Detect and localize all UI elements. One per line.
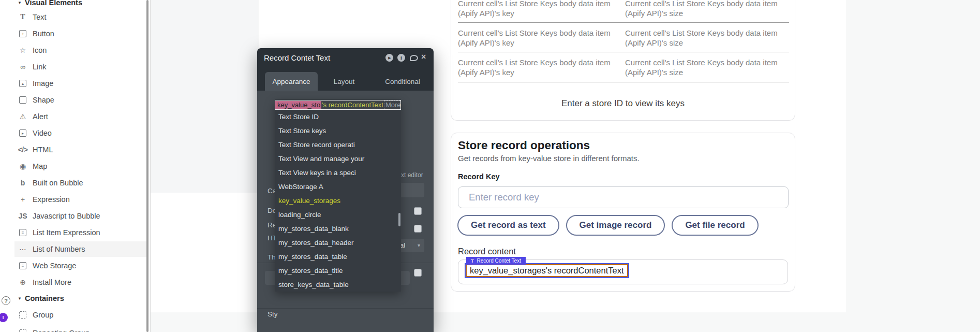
sidebar-item-alert[interactable]: ⚠Alert bbox=[14, 109, 146, 124]
canvas-right-margin bbox=[846, 0, 980, 332]
sidebar-item-javascript-to-bubble[interactable]: JSJavascript to Bubble bbox=[14, 208, 146, 224]
size-cell-text[interactable]: Current cell's List Store Keys body data… bbox=[625, 28, 786, 48]
help-icon[interactable]: ? bbox=[2, 296, 10, 305]
key-cell-text[interactable]: Current cell's List Store Keys body data… bbox=[458, 57, 619, 77]
left-gutter: ? I bbox=[0, 0, 14, 332]
sidebar-item-icon[interactable]: ☆Icon bbox=[14, 42, 146, 58]
sidebar-item-label: Built on Bubble bbox=[33, 179, 83, 187]
close-icon[interactable]: × bbox=[421, 52, 426, 62]
info-icon[interactable]: i bbox=[397, 54, 405, 62]
field-label-fragment: Sty bbox=[268, 310, 278, 318]
preview-play-icon[interactable]: ▶ bbox=[385, 54, 393, 62]
sidebar-item-group[interactable]: Group bbox=[14, 307, 146, 323]
open-text-editor-button-fragment[interactable]: xt editor bbox=[401, 171, 423, 179]
sidebar-item-video[interactable]: ▸Video bbox=[14, 125, 146, 141]
card-title: Store record operations bbox=[458, 139, 590, 152]
autocomplete-option[interactable]: loading_circle bbox=[275, 208, 401, 222]
autocomplete-option[interactable]: my_stores_data_title bbox=[275, 264, 401, 278]
section-header-visual-elements[interactable]: ▾ Visual Elements bbox=[14, 0, 150, 8]
panel-section-divider bbox=[257, 308, 434, 309]
sidebar-item-label: Install More bbox=[33, 278, 71, 286]
sidebar-item-link[interactable]: ∞Link bbox=[14, 59, 146, 75]
record-content-text-element[interactable]: key_value_storages's recordContentText bbox=[466, 264, 628, 277]
expression-suffix[interactable]: 's recordContentText bbox=[321, 101, 383, 109]
sidebar-item-label: Repeating Group bbox=[33, 329, 90, 332]
sidebar-item-repeating-group[interactable]: Repeating Group bbox=[14, 325, 146, 332]
autocomplete-option[interactable]: my_stores_data_header bbox=[275, 236, 401, 250]
text-icon: T bbox=[18, 12, 28, 22]
link-icon: ∞ bbox=[18, 62, 28, 71]
sidebar-item-web-storage[interactable]: ≡Web Storage bbox=[14, 258, 146, 273]
sidebar-item-button[interactable]: +Button bbox=[14, 26, 146, 41]
user-avatar[interactable]: I bbox=[0, 313, 8, 322]
sidebar-item-label: Button bbox=[33, 30, 54, 38]
checkbox[interactable] bbox=[414, 225, 422, 233]
sidebar-item-list-item-expression[interactable]: ≡List Item Expression bbox=[14, 225, 146, 240]
tab-appearance[interactable]: Appearance bbox=[265, 72, 318, 91]
row-divider bbox=[458, 52, 789, 52]
autocomplete-option[interactable]: Text View and manage your bbox=[275, 152, 401, 166]
tab-conditional[interactable]: Conditional bbox=[378, 72, 427, 91]
key-cell-text[interactable]: Current cell's List Store Keys body data… bbox=[458, 0, 619, 18]
selected-element-badge: T Record Contet Text bbox=[466, 257, 526, 265]
sidebar-item-label: Web Storage bbox=[33, 262, 76, 270]
get-image-record-button[interactable]: Get image record bbox=[566, 215, 665, 236]
autocomplete-option[interactable]: store_keys_data_table bbox=[275, 278, 401, 292]
sidebar-item-text[interactable]: TText bbox=[14, 9, 146, 25]
expression-selected-token[interactable]: key_value_sto bbox=[275, 101, 321, 109]
autocomplete-option[interactable]: my_stores_data_blank bbox=[275, 222, 401, 236]
badge-label: Record Contet Text bbox=[477, 258, 521, 264]
text-element-icon: T bbox=[471, 258, 474, 264]
sidebar-item-label: Map bbox=[33, 162, 47, 170]
sidebar-item-map[interactable]: ◉Map bbox=[14, 158, 146, 174]
star-icon: ☆ bbox=[18, 46, 28, 55]
size-cell-text[interactable]: Current cell's List Store Keys body data… bbox=[625, 57, 786, 77]
autocomplete-option[interactable]: my_stores_data_table bbox=[275, 250, 401, 264]
expression-input[interactable]: key_value_sto 's recordContentText More.… bbox=[275, 100, 401, 110]
install-more-icon: ⊕ bbox=[18, 278, 28, 287]
shape-icon bbox=[18, 95, 28, 105]
map-pin-icon: ◉ bbox=[18, 162, 28, 171]
row-divider bbox=[458, 22, 789, 23]
record-content-label: Record content bbox=[458, 247, 516, 256]
panel-titlebar[interactable]: Record Contet Text ▶ i × bbox=[257, 48, 434, 68]
panel-tabbar: Appearance Layout Conditional bbox=[257, 68, 434, 91]
autocomplete-option[interactable]: Text Store keys bbox=[275, 124, 401, 138]
autocomplete-option[interactable]: WebStorage A bbox=[275, 180, 401, 194]
autocomplete-option[interactable]: Text Store ID bbox=[275, 110, 401, 124]
checkbox[interactable] bbox=[414, 207, 422, 215]
sidebar-item-label: List Item Expression bbox=[33, 228, 100, 237]
autocomplete-option-highlighted[interactable]: key_value_storages bbox=[275, 194, 401, 208]
sidebar-item-built-on-bubble[interactable]: bBuilt on Bubble bbox=[14, 175, 146, 191]
sidebar-item-shape[interactable]: Shape bbox=[14, 92, 146, 108]
get-record-as-text-button[interactable]: Get record as text bbox=[457, 215, 559, 236]
expression-more-button[interactable]: More... bbox=[384, 100, 401, 109]
warning-triangle-icon: ⚠ bbox=[18, 112, 28, 121]
chevron-down-icon: ▾ bbox=[14, 296, 25, 301]
sidebar-item-html[interactable]: </>HTML bbox=[14, 142, 146, 157]
card-subtitle: Get records from key-value store in diff… bbox=[458, 154, 640, 163]
get-file-record-button[interactable]: Get file record bbox=[672, 215, 758, 236]
checkbox[interactable] bbox=[414, 269, 422, 277]
sidebar-item-image[interactable]: ▴Image bbox=[14, 76, 146, 91]
record-key-input[interactable] bbox=[458, 186, 789, 208]
dropdown-scrollbar[interactable] bbox=[398, 213, 400, 226]
sidebar-item-list-of-numbers[interactable]: ⋯List of Numbers bbox=[14, 241, 146, 257]
sidebar-item-install-more[interactable]: ⊕Install More bbox=[14, 275, 146, 290]
button-icon: + bbox=[18, 29, 28, 38]
sidebar-item-label: Image bbox=[33, 79, 53, 88]
sidebar-item-expression[interactable]: +Expression bbox=[14, 192, 146, 207]
size-cell-text[interactable]: Current cell's List Store Keys body data… bbox=[625, 0, 786, 18]
autocomplete-option[interactable]: Text Store record operati bbox=[275, 138, 401, 152]
tab-layout[interactable]: Layout bbox=[329, 72, 360, 91]
canvas-bottom-margin bbox=[151, 312, 846, 332]
list-item-expression-icon: ≡ bbox=[18, 228, 28, 237]
autocomplete-option[interactable]: Text View keys in a speci bbox=[275, 166, 401, 180]
sidebar-item-label: Icon bbox=[33, 46, 47, 54]
section-header-containers[interactable]: ▾ Containers bbox=[14, 293, 150, 304]
sidebar-item-label: Shape bbox=[33, 96, 54, 104]
expression-autocomplete-dropdown: key_value_sto 's recordContentText More.… bbox=[275, 100, 401, 292]
key-cell-text[interactable]: Current cell's List Store Keys body data… bbox=[458, 28, 619, 48]
sidebar-scrollbar[interactable] bbox=[146, 0, 149, 332]
comment-icon[interactable] bbox=[410, 55, 418, 61]
